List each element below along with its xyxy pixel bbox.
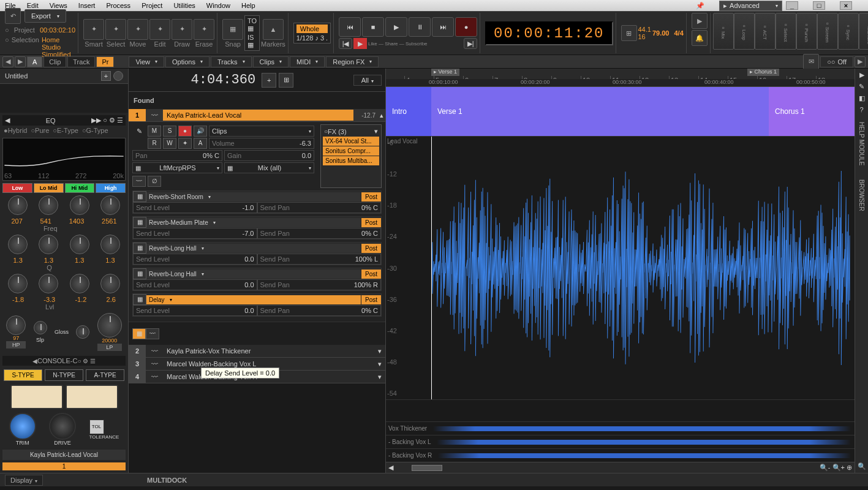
youtube-icon[interactable]: ▶ [353,38,367,49]
time-plus-button[interactable]: + [262,73,276,88]
send-post-2[interactable]: Post [361,244,381,253]
midi-dropdown[interactable]: MIDI [290,56,325,67]
drive-knob[interactable] [49,413,76,440]
browser-tab[interactable]: BROWSER [858,175,865,216]
arr-chorus[interactable]: Chorus 1 [769,87,855,136]
eraser-icon[interactable]: ◧ [859,94,865,102]
menu-window[interactable]: Window [206,2,230,9]
record-button[interactable]: ● [455,17,477,37]
tab-clip[interactable]: Clip [43,56,66,67]
markers-button[interactable]: ▲ [263,19,284,40]
send-enable-1[interactable]: ▦ [133,217,146,228]
snap-resolution[interactable]: 1/128 [296,34,314,42]
rtz-button[interactable]: |◀ [339,38,352,49]
tool-edit[interactable]: ✦ [149,19,170,40]
timeline-ruler[interactable]: ▸ Verse 1▸ Chorus 1 45678910111213141516… [386,69,855,87]
read-button[interactable]: R [148,138,161,149]
horizontal-scrollbar[interactable]: ◀ 🔍- 🔍+ ⊕ [386,462,855,473]
menu-help[interactable]: Help [241,2,255,9]
export-button[interactable]: Export [25,9,66,23]
send-dest-2[interactable]: Reverb-Long Hall [146,244,361,253]
fx-slot-2[interactable]: Sonitus Compr... [323,146,379,156]
eq-lvl-knob-2[interactable] [39,274,58,293]
waveform-preview-button[interactable]: 〰 [132,176,146,187]
send-post-1[interactable]: Post [361,218,381,227]
marker-verse-1[interactable]: ▸ Verse 1 [431,69,459,76]
view-dropdown[interactable]: View [129,56,164,67]
menu-utilities[interactable]: Utilities [173,2,195,9]
marker-chorus-1[interactable]: ▸ Chorus 1 [747,69,779,76]
add-button[interactable]: + [101,71,111,81]
track-filter[interactable]: All [353,75,382,86]
tool-smart[interactable]: ✦ [83,19,104,40]
tool-move[interactable]: ✦ [127,19,148,40]
metronome-button[interactable]: 🔔 [692,30,708,46]
automation-icon[interactable]: ✦ [178,138,192,149]
regionfx-dropdown[interactable]: Region FX [326,56,379,67]
track-folder-button[interactable]: ▦ [132,328,146,339]
snap-grid-button[interactable]: ▦ [222,19,243,40]
send-level-2[interactable]: 0.0 [244,255,254,263]
eq-freq-knob-3[interactable] [70,195,89,215]
module-loop[interactable]: ▫Loop [734,13,755,50]
clips-dropdown[interactable]: Clips [253,56,289,67]
time-signature[interactable]: 4/4 [674,29,683,37]
maximize-button[interactable]: □ [813,1,825,10]
send-dest-4[interactable]: Delay [146,295,361,304]
clips-dropdown-track[interactable]: Clips [209,126,314,137]
arr-intro[interactable]: Intro [386,87,431,136]
time-snap-button[interactable]: ⊞ [279,73,293,88]
module-act[interactable]: ▫ACT [755,13,776,50]
eq-freq-knob-4[interactable] [100,195,120,215]
fx-slot-3[interactable]: Sonitus Multiba... [323,156,379,165]
send-dest-0[interactable]: Reverb-Short Room [146,192,361,202]
tab-pr[interactable]: Pr [96,56,114,67]
viewbar-left[interactable]: ◀ [2,56,13,67]
send-enable-0[interactable]: ▦ [133,191,146,202]
eq-mode-etype[interactable]: E-Type [57,127,78,134]
undo-button[interactable]: ↶ [5,8,21,24]
audio-engine-button[interactable]: ⊞ [621,25,637,41]
write-button[interactable]: W [163,138,176,149]
module-markers[interactable]: ▫Markers [859,13,868,50]
power-button[interactable] [113,71,123,81]
send-level-1[interactable]: -7.0 [243,230,254,237]
send-level-3[interactable]: 0.0 [244,281,254,288]
viewbar-expand[interactable]: ▶ [855,56,866,67]
options-dropdown[interactable]: Options [165,56,209,67]
minimize-button[interactable]: _ [786,1,798,10]
pan-value[interactable]: 0% C [203,152,219,159]
eq-slp-knob-2[interactable] [76,325,89,339]
eq-lvl-knob-4[interactable] [100,274,120,293]
playhead[interactable] [431,137,432,399]
project-radio[interactable]: Project [14,26,35,34]
send-enable-2[interactable]: ▦ [133,243,146,254]
track-header-2[interactable]: 2〰Kayla Patrick-Vox Thickener▾ [129,345,385,358]
stop-button[interactable]: ■ [362,17,384,37]
eq-slp-knob-1[interactable] [34,321,47,334]
close-button[interactable]: × [840,1,852,10]
send-pan-1[interactable]: 0% C [361,230,378,237]
arrangement-lane[interactable]: Intro Verse 1 Chorus 1 [386,87,855,136]
menu-project[interactable]: Project [142,2,162,9]
console-stype[interactable]: S-TYPE [4,369,42,381]
eq-mode-pure[interactable]: Pure [35,127,49,134]
workspace-selector[interactable]: ▸ Advanced [719,1,782,11]
mail-icon[interactable]: ✉ [803,54,819,70]
track-name-1[interactable]: Kayla Patrick-Lead Vocal [163,110,353,121]
side-arrow-icon[interactable]: ▶ [859,71,864,79]
eq-freq-knob-2[interactable] [39,195,58,215]
pause-button[interactable]: ⏸ [409,17,431,37]
eq-band-low[interactable]: Low [2,183,32,193]
help-icon[interactable]: ? [859,106,863,113]
eq-freq-knob-1[interactable] [8,195,28,215]
console-ntype[interactable]: N-TYPE [45,369,83,381]
send-pan-0[interactable]: 0% C [361,204,378,211]
send-pan-3[interactable]: 100% R [354,281,378,288]
trim-knob[interactable] [9,413,36,440]
module-sync[interactable]: ▫Sync [838,13,859,50]
mini-track-0[interactable]: Vox Thickener [386,421,855,435]
eq-lvl-knob-1[interactable] [8,274,28,293]
metronome-play-button[interactable]: ▶ [692,13,708,29]
send-level-4[interactable]: 0.0 [244,307,254,314]
